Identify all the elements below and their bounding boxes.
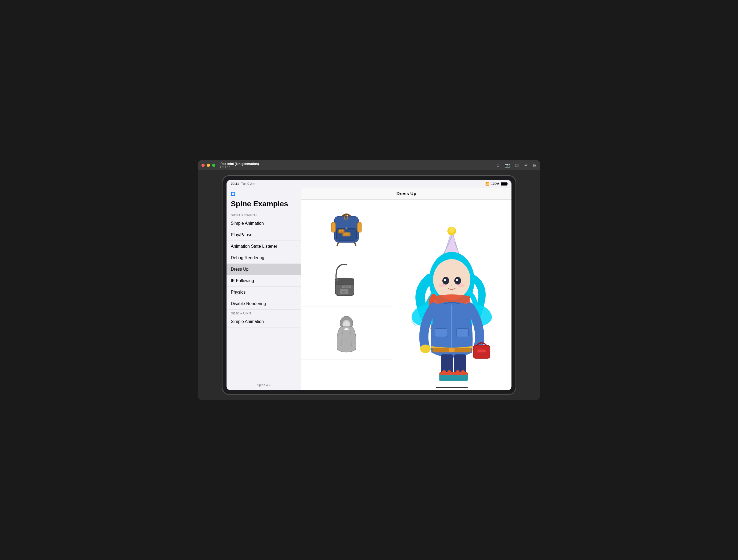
sidebar-item-play-pause[interactable]: Play/Pause ›: [227, 229, 301, 241]
status-date: Tue 9 Jan: [241, 182, 255, 186]
sidebar-item-label: Dress Up: [231, 267, 249, 272]
minimize-button[interactable]: [207, 164, 210, 167]
nav-dots[interactable]: ···: [403, 191, 410, 197]
brightness-icon[interactable]: ☀: [524, 163, 528, 168]
svg-point-43: [420, 344, 431, 353]
chevron-right-icon: ›: [295, 244, 297, 249]
nav-bar: ··· Dress Up: [301, 188, 511, 200]
svg-rect-5: [358, 222, 362, 233]
svg-rect-8: [339, 230, 341, 231]
svg-rect-51: [439, 372, 454, 375]
status-left: 09:41 Tue 9 Jan: [231, 182, 255, 186]
item-card-ghost[interactable]: [301, 306, 392, 360]
battery-bar: [501, 182, 507, 186]
device-name: iPad mini (6th generation): [220, 162, 259, 166]
sidebar-item-label: Debug Rendering: [231, 255, 264, 260]
section-swift-header: SWIFT + SWIFTUI: [227, 211, 301, 218]
svg-point-27: [449, 227, 455, 233]
sidebar-item-debug-rendering[interactable]: Debug Rendering ›: [227, 252, 301, 264]
svg-rect-40: [456, 328, 468, 337]
status-right: 📶 100%: [485, 182, 507, 186]
chevron-right-icon: ›: [295, 221, 297, 226]
svg-point-6: [346, 227, 348, 229]
svg-rect-46: [477, 349, 485, 352]
svg-rect-7: [339, 229, 345, 233]
svg-point-19: [346, 329, 347, 330]
svg-point-37: [456, 279, 457, 280]
chevron-right-icon: ›: [295, 256, 297, 260]
main-content: ··· Dress Up: [301, 188, 511, 390]
chevron-right-icon: ›: [295, 302, 297, 306]
svg-point-29: [433, 259, 470, 300]
svg-rect-52: [453, 372, 468, 375]
items-panel: Dooo: [301, 200, 392, 390]
sidebar-title: Spine Examples: [227, 199, 301, 211]
scroll-indicator: [436, 387, 468, 388]
settings-icon[interactable]: ⊞: [533, 163, 536, 168]
sidebar-item-label: Disable Rendering: [231, 301, 266, 306]
svg-point-55: [456, 370, 459, 374]
chevron-right-icon: ›: [295, 319, 297, 324]
bag-image: Dooo: [332, 261, 362, 298]
content-area: Dooo: [301, 200, 511, 390]
device-info: iPad mini (6th generation) iOS 17.2: [220, 162, 259, 169]
sidebar-toggle-icon[interactable]: ⊟: [231, 191, 235, 197]
ipad-screen: 09:41 Tue 9 Jan 📶 100%: [227, 180, 511, 390]
svg-rect-42: [449, 348, 455, 352]
sidebar-item-label: Animation State Listener: [231, 244, 277, 249]
chevron-right-icon: ›: [295, 267, 297, 271]
title-bar: iPad mini (6th generation) iOS 17.2 ⌂ 📷 …: [198, 160, 540, 170]
svg-rect-3: [344, 233, 348, 235]
section-objc-header: OBJC + UIKIT: [227, 310, 301, 316]
close-button[interactable]: [202, 164, 205, 167]
wifi-icon: 📶: [485, 182, 489, 186]
status-bar: 09:41 Tue 9 Jan 📶 100%: [227, 180, 511, 188]
battery-fill: [501, 183, 507, 185]
sidebar-item-disable-rendering[interactable]: Disable Rendering ›: [227, 298, 301, 310]
svg-rect-9: [342, 230, 343, 231]
sidebar-header: ⊟: [227, 188, 301, 199]
toolbar-icons: ⌂ 📷 ⊡ ☀ ⊞: [496, 163, 536, 168]
screenshot-icon[interactable]: 📷: [504, 163, 510, 168]
chevron-right-icon: ›: [295, 279, 297, 283]
sidebar-footer: Spine 4.2: [227, 380, 301, 390]
preview-panel: [392, 200, 511, 390]
svg-rect-12: [343, 286, 350, 287]
rotate-icon[interactable]: ⊡: [515, 163, 519, 168]
sidebar-item-label: Simple Animation: [231, 319, 264, 324]
svg-point-54: [447, 370, 451, 374]
chevron-right-icon: ›: [295, 233, 297, 237]
sidebar-item-animation-state-listener[interactable]: Animation State Listener ›: [227, 241, 301, 252]
sidebar-item-physics[interactable]: Physics ›: [227, 287, 301, 298]
chevron-right-icon: ›: [295, 290, 297, 294]
svg-rect-4: [331, 222, 335, 233]
svg-text:Dooo: Dooo: [342, 291, 346, 293]
item-card-backpack[interactable]: [301, 200, 392, 253]
mac-window: iPad mini (6th generation) iOS 17.2 ⌂ 📷 …: [198, 160, 540, 400]
battery-pct: 100%: [491, 182, 499, 186]
sidebar-item-label: Simple Animation: [231, 221, 264, 226]
fullscreen-button[interactable]: [212, 164, 215, 167]
svg-rect-39: [435, 328, 447, 337]
backpack-image: [328, 206, 364, 246]
ios-version: iOS 17.2: [220, 166, 259, 169]
svg-point-56: [461, 370, 465, 374]
ipad-container: 09:41 Tue 9 Jan 📶 100%: [198, 170, 540, 400]
sidebar-item-simple-animation-objc[interactable]: Simple Animation ›: [227, 316, 301, 327]
sidebar-item-simple-animation-swift[interactable]: Simple Animation ›: [227, 218, 301, 229]
sidebar: ⊟ Spine Examples SWIFT + SWIFTUI Simple …: [227, 188, 301, 390]
sidebar-item-label: IK Following: [231, 278, 254, 283]
character-display: [392, 200, 511, 390]
sidebar-item-dress-up[interactable]: Dress Up ›: [227, 264, 301, 275]
battery-icon: [501, 182, 507, 186]
ipad-device: 09:41 Tue 9 Jan 📶 100%: [222, 176, 516, 394]
svg-point-53: [442, 370, 446, 374]
status-time: 09:41: [231, 182, 239, 186]
item-card-bag[interactable]: Dooo: [301, 253, 392, 306]
character-illustration: [392, 209, 511, 381]
ghost-image: [332, 313, 361, 353]
app-content: ⊟ Spine Examples SWIFT + SWIFTUI Simple …: [227, 188, 511, 390]
sidebar-item-label: Physics: [231, 290, 246, 295]
sidebar-item-ik-following[interactable]: IK Following ›: [227, 275, 301, 287]
home-icon[interactable]: ⌂: [496, 163, 499, 168]
